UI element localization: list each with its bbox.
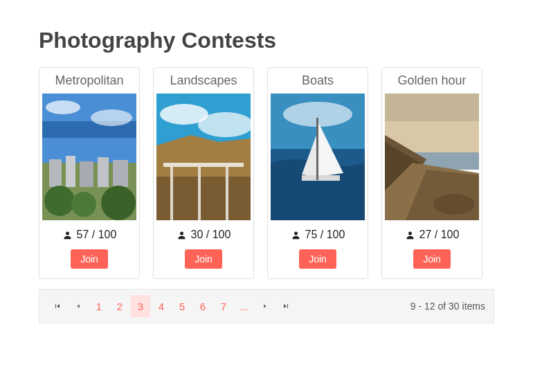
svg-rect-31 — [316, 118, 318, 180]
contest-title: Metropolitan — [52, 68, 126, 93]
join-button[interactable]: Join — [413, 249, 451, 269]
svg-rect-7 — [113, 160, 128, 187]
contest-image — [156, 93, 251, 220]
pager-info: 9 - 12 of 30 items — [410, 301, 485, 312]
svg-point-41 — [408, 231, 412, 235]
person-icon — [62, 230, 73, 240]
pager-next-icon[interactable] — [255, 295, 275, 317]
pager-page[interactable]: 4 — [152, 295, 171, 317]
pager-more[interactable]: ... — [235, 295, 254, 317]
participant-count: 57 / 100 — [62, 229, 117, 241]
contest-image — [385, 93, 479, 220]
count-text: 27 / 100 — [419, 229, 460, 241]
pager-buttons: 1 2 3 4 5 6 7 ... — [48, 295, 296, 317]
contest-card: Golden hour 27 / 100 Join — [381, 67, 482, 279]
svg-point-40 — [433, 194, 475, 215]
contest-image — [271, 93, 365, 220]
svg-point-12 — [91, 109, 132, 126]
join-button[interactable]: Join — [185, 249, 222, 269]
contest-title: Golden hour — [395, 68, 469, 93]
participant-count: 27 / 100 — [405, 229, 460, 241]
pager-last-icon[interactable] — [276, 295, 296, 317]
participant-count: 75 / 100 — [291, 229, 345, 241]
svg-point-10 — [101, 186, 136, 220]
svg-point-32 — [294, 231, 298, 235]
count-text: 57 / 100 — [77, 229, 117, 241]
contest-card: Metropolitan 57 / 100 — [39, 67, 140, 279]
person-icon — [177, 230, 187, 240]
contest-image — [42, 93, 136, 220]
join-button[interactable]: Join — [71, 249, 108, 269]
join-button[interactable]: Join — [299, 249, 336, 269]
page-title: Photography Contests — [39, 28, 494, 53]
contest-title: Landscapes — [167, 68, 240, 93]
pager-page[interactable]: 3 — [131, 295, 150, 317]
pager-prev-icon[interactable] — [69, 295, 88, 317]
svg-rect-6 — [98, 157, 109, 187]
person-icon — [291, 230, 301, 240]
svg-point-13 — [66, 231, 69, 235]
contest-grid: Metropolitan 57 / 100 — [39, 67, 494, 279]
pager-page[interactable]: 6 — [193, 295, 213, 317]
svg-rect-22 — [198, 167, 201, 220]
svg-rect-21 — [170, 167, 173, 220]
pager-page[interactable]: 5 — [172, 295, 192, 317]
pager-page[interactable]: 1 — [89, 295, 109, 317]
contest-card: Landscapes 30 / 100 Join — [153, 67, 254, 279]
count-text: 30 / 100 — [191, 229, 231, 241]
pager-page[interactable]: 2 — [110, 295, 129, 317]
svg-rect-23 — [226, 167, 228, 220]
svg-point-9 — [71, 192, 96, 217]
pager-page[interactable]: 7 — [214, 295, 233, 317]
svg-point-11 — [46, 100, 80, 114]
svg-rect-34 — [385, 93, 479, 121]
svg-rect-30 — [302, 175, 340, 181]
pager-first-icon[interactable] — [48, 295, 67, 317]
contest-card: Boats 75 / 100 Join — [267, 67, 368, 279]
svg-point-24 — [180, 231, 183, 235]
svg-rect-5 — [80, 161, 93, 187]
svg-rect-3 — [49, 159, 62, 187]
contest-title: Boats — [299, 68, 336, 93]
participant-count: 30 / 100 — [177, 229, 231, 241]
count-text: 75 / 100 — [305, 229, 345, 241]
pager: 1 2 3 4 5 6 7 ... 9 - 12 of 30 items — [39, 289, 494, 323]
svg-rect-20 — [163, 163, 244, 167]
svg-rect-4 — [66, 156, 75, 187]
svg-point-8 — [44, 186, 75, 216]
person-icon — [405, 230, 415, 240]
